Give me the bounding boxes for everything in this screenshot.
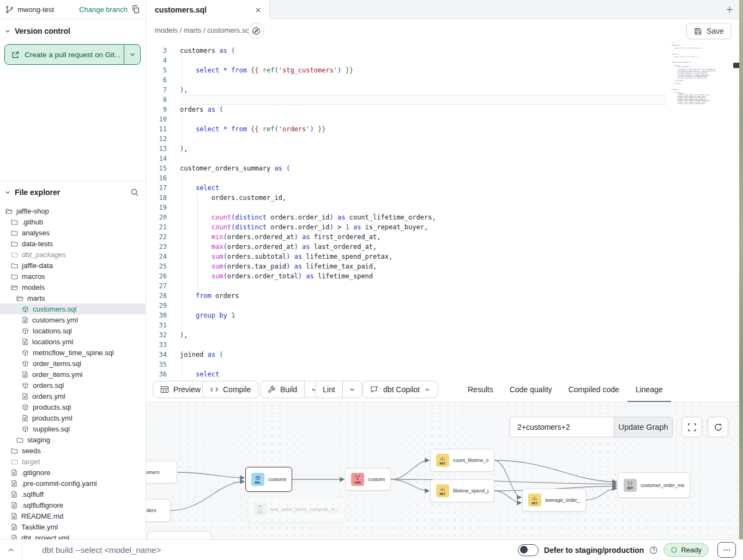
code-line-13[interactable]: 13),	[146, 144, 743, 154]
code-line-22[interactable]: 22 min(orders.ordered_at) as first_order…	[146, 232, 743, 242]
copilot-compass-button[interactable]	[248, 23, 264, 39]
code-line-20[interactable]: 20 count(distinct orders.order_id) as co…	[146, 212, 743, 222]
file-tree-item-dbt_packages[interactable]: dbt_packages	[0, 249, 146, 260]
preview-button[interactable]: Preview	[153, 381, 208, 398]
refresh-button[interactable]	[708, 417, 728, 437]
code-line-32[interactable]: 32),	[146, 330, 743, 340]
file-tree-item-staging[interactable]: staging	[0, 434, 146, 445]
file-tree-item-.sqlfluff[interactable]: .sqlfluff	[0, 489, 146, 500]
file-tree-item-order_items.sql[interactable]: order_items.sql	[0, 358, 146, 369]
compile-button[interactable]: Compile	[202, 381, 258, 398]
code-line-28[interactable]: 28 from orders	[146, 291, 743, 301]
help-icon[interactable]	[649, 546, 658, 555]
tab-results[interactable]: Results	[460, 377, 502, 402]
version-control-header[interactable]: Version control	[0, 19, 146, 41]
tab-lineage[interactable]: Lineage	[627, 377, 671, 402]
file-tree-item-.gitignore[interactable]: .gitignore	[0, 467, 146, 478]
lineage-node-average_order_value[interactable]: METaverage_order_value	[522, 489, 586, 512]
file-tree-item-.sqlfluffignore[interactable]: .sqlfluffignore	[0, 500, 146, 510]
code-line-14[interactable]: 14	[146, 154, 743, 163]
file-tree-item-.github[interactable]: .github	[0, 216, 146, 227]
code-line-34[interactable]: 34joined as (	[146, 350, 743, 360]
lint-dropdown[interactable]	[342, 381, 361, 398]
file-tree-item-customers.sql[interactable]: customers.sql	[0, 303, 146, 314]
code-line-19[interactable]: 19	[146, 203, 743, 212]
code-line-24[interactable]: 24 sum(orders.subtotal) as lifetime_spen…	[146, 252, 743, 261]
lineage-node-count_lifetime_orders[interactable]: METcount_lifetime_orders	[430, 449, 494, 472]
close-icon[interactable]	[255, 7, 262, 14]
file-tree-item-analyses[interactable]: analyses	[0, 227, 146, 238]
file-tree-item-Taskfile.yml[interactable]: Taskfile.yml	[0, 521, 146, 532]
create-pr-dropdown[interactable]	[124, 45, 140, 64]
lineage-node-lifetime_spend_pretax[interactable]: METlifetime_spend_pretax	[430, 479, 494, 502]
code-line-17[interactable]: 17 select	[146, 183, 743, 193]
file-tree-item-products.sql[interactable]: products.sql	[0, 401, 146, 412]
lineage-node-stg_customers[interactable]: stg_customers	[146, 461, 177, 484]
file-explorer-header[interactable]: File explorer	[0, 181, 146, 202]
lineage-node-customer_order_metrics[interactable]: QRYcustomer_order_metrics	[618, 472, 690, 498]
lineage-node-customers_mdl[interactable]: MDLcustomers	[245, 467, 292, 492]
code-line-23[interactable]: 23 max(orders.ordered_at) as last_ordere…	[146, 242, 743, 252]
code-line-18[interactable]: 18 orders.customer_id,	[146, 193, 743, 203]
file-tree-item-.pre-commit-config.yaml[interactable]: .pre-commit-config.yaml	[0, 478, 146, 489]
code-line-9[interactable]: 9orders as (	[146, 105, 743, 114]
code-line-16[interactable]: 16	[146, 173, 743, 183]
file-tree-item-locations.yml[interactable]: locations.yml	[0, 336, 146, 347]
code-line-11[interactable]: 11 select * from {{ ref('orders') }}	[146, 124, 743, 134]
fullscreen-button[interactable]	[681, 417, 702, 437]
change-branch-link[interactable]: Change branch	[79, 5, 128, 14]
code-editor[interactable]: 3customers as (45 select * from {{ ref('…	[146, 42, 743, 377]
code-line-31[interactable]: 31	[146, 320, 743, 330]
code-line-5[interactable]: 5 select * from {{ ref('stg_customers') …	[146, 65, 743, 75]
file-tree-item-jaffle-data[interactable]: jaffle-data	[0, 260, 146, 271]
code-line-12[interactable]: 12	[146, 134, 743, 144]
code-line-15[interactable]: 15customer_orders_summary as (	[146, 163, 743, 173]
chevron-up-icon[interactable]	[0, 540, 22, 560]
minimap[interactable]: withcustomers as ( select * from {{ ref(…	[672, 42, 715, 106]
lineage-node-orders[interactable]: orders	[146, 499, 171, 522]
file-tree-item-customers.yml[interactable]: customers.yml	[0, 314, 146, 325]
file-tree-item-models[interactable]: models	[0, 282, 146, 293]
new-tab-button[interactable]	[721, 0, 738, 19]
code-line-30[interactable]: 30 group by 1	[146, 311, 743, 320]
code-line-3[interactable]: 3customers as (	[146, 46, 743, 56]
file-tree-item-order_items.yml[interactable]: order_items.yml	[0, 369, 146, 380]
file-tree-item-orders.yml[interactable]: orders.yml	[0, 391, 146, 401]
tab-customers-sql[interactable]: customers.sql	[146, 0, 270, 20]
dbt-copilot-button[interactable]: dbt Copilot	[363, 381, 438, 398]
lineage-panel[interactable]: stg_customersordersTSTtest_order_items_c…	[146, 402, 743, 539]
file-tree-item-seeds[interactable]: seeds	[0, 445, 146, 456]
code-line-21[interactable]: 21 count(distinct orders.order_id) > 1 a…	[146, 222, 743, 232]
copy-icon[interactable]	[131, 5, 140, 14]
code-line-33[interactable]: 33	[146, 340, 743, 350]
code-line-36[interactable]: 36 select	[146, 369, 743, 377]
more-options-button[interactable]	[717, 542, 736, 558]
lineage-selector-input[interactable]	[510, 417, 614, 437]
file-tree-item-metricflow_time_spine.sql[interactable]: metricflow_time_spine.sql	[0, 347, 146, 358]
search-icon[interactable]	[130, 188, 139, 197]
code-line-29[interactable]: 29	[146, 301, 743, 311]
create-pr-button[interactable]: Create a pull request on Git...	[4, 44, 141, 65]
lineage-node-partial[interactable]	[147, 531, 212, 539]
code-line-10[interactable]: 10	[146, 114, 743, 124]
code-line-8[interactable]: 8	[146, 95, 743, 105]
code-line-27[interactable]: 27	[146, 281, 743, 291]
file-tree-item-README.md[interactable]: README.md	[0, 510, 146, 521]
lint-button[interactable]: Lint	[316, 381, 342, 398]
save-button[interactable]: Save	[686, 23, 732, 39]
lineage-node-customers_sem[interactable]: SEMcustomers	[345, 468, 391, 491]
code-line-4[interactable]: 4	[146, 56, 743, 65]
file-tree-item-orders.sql[interactable]: orders.sql	[0, 380, 146, 391]
code-line-25[interactable]: 25 sum(orders.tax_paid) as lifetime_tax_…	[146, 261, 743, 271]
tab-compiled-code[interactable]: Compiled code	[560, 377, 627, 402]
tab-code-quality[interactable]: Code quality	[502, 377, 560, 402]
file-tree-item-macros[interactable]: macros	[0, 271, 146, 282]
code-line-26[interactable]: 26 sum(orders.order_total) as lifetime_s…	[146, 271, 743, 281]
update-graph-button[interactable]: Update Graph	[614, 417, 672, 437]
file-tree-item-target[interactable]: target	[0, 456, 146, 467]
command-input[interactable]: dbt build --select <model_name>	[42, 545, 161, 555]
file-tree-item-locations.sql[interactable]: locations.sql	[0, 325, 146, 336]
defer-toggle[interactable]	[518, 544, 539, 556]
build-button[interactable]: Build	[261, 381, 304, 398]
file-tree-item-data-tests[interactable]: data-tests	[0, 238, 146, 249]
